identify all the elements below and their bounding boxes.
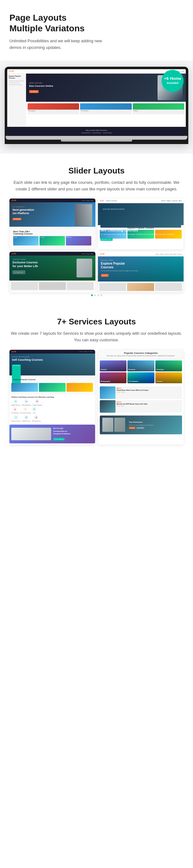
s2-people-section: Top Instructors The best course availabl… [98, 415, 184, 436]
s1-icons-row-1: ✦ Digital Solutions ● Online Marketing ★ [11, 399, 93, 406]
section3-description: We create over 7 layouts for Services to… [9, 330, 184, 343]
slider3-nav: aTUR Home Pages Blog [9, 252, 95, 255]
s1-icons-row-2: ▲ IT & Software ♦ Personal Coaching $ [11, 407, 93, 414]
screen-body: Explore Popular Courses MORE THAN 25K+ [7, 73, 186, 127]
screen-topbar: aTUR Home Pages Courses Blog [7, 69, 186, 73]
dot-2[interactable] [94, 294, 96, 296]
section2-title: Slider Layouts [9, 166, 184, 176]
slider-card-4: aTUR Home Pages Courses Blog Shop Contac… [98, 252, 184, 292]
s1-construction: We ProvideConstruction toComplex Problem… [9, 425, 95, 443]
slider2-nav: aTUR Search courses... Home Pages Course… [98, 198, 184, 203]
category-photography: Photography [100, 372, 127, 383]
s1-online-section: Online Coaching Lessons For Remote Learn… [9, 395, 95, 423]
sidebar: Explore Popular Courses [7, 73, 26, 127]
slider2-hero: EXPLORE SERVICES DIGITAL Sell Couching C… [98, 203, 184, 225]
s1-explore: Explore Popular Courses [9, 375, 95, 395]
category-technique: Technique [155, 361, 182, 371]
dot-1[interactable] [91, 294, 93, 296]
section1-title: Page Layouts Multiple Variatons [9, 12, 184, 33]
dot-3[interactable] [97, 294, 99, 296]
slider1-hero: aTUR Home Pages Blog NEXT-GENERATION Nex… [9, 198, 95, 227]
service-mockup-1: aTUR Home Pages Courses EXPLORE SERVICES… [9, 350, 95, 445]
laptop-screen: aTUR Home Pages Courses Blog Explore Pop… [7, 69, 186, 136]
services-grid: aTUR Home Pages Courses EXPLORE SERVICES… [9, 350, 184, 445]
service-mockup-2: Popular Courses Categories We make your … [98, 350, 184, 445]
slider1-courses: More Than 25k+Coaching Courses Digital C… [9, 227, 95, 249]
dot-4[interactable] [101, 294, 102, 296]
course-card-2: $79.9 Become the PHP Master faster with … [100, 400, 182, 413]
slider-card-3: aTUR Home Pages Blog COACHING COURSES Ex… [9, 252, 95, 292]
s1-nav: aTUR Home Pages Courses [9, 350, 95, 353]
section1-description: Unlimited Possibilities and we will keep… [9, 38, 104, 51]
slider-grid: aTUR Home Pages Blog NEXT-GENERATION Nex… [9, 198, 184, 292]
section-slider-layouts: Slider Layouts Each slide can link to an… [0, 153, 193, 305]
section-services-layouts: 7+ Services Layouts We create over 7 lay… [0, 304, 193, 451]
category-courses: Courses [155, 372, 182, 383]
course-card-1: $99.9 Visual Basic Web Course With Live … [100, 386, 182, 399]
category-it-software: IT & Software [128, 372, 155, 383]
slider-card-2: aTUR Search courses... Home Pages Course… [98, 198, 184, 249]
slider-card-1: aTUR Home Pages Blog NEXT-GENERATION Nex… [9, 198, 95, 249]
category-business: Business [128, 361, 155, 371]
laptop-base [6, 136, 187, 140]
slider4-hero: EXPLORE COURSES Explore PopularCourses Y… [98, 256, 184, 281]
slider-dots [9, 292, 184, 298]
section3-title: 7+ Services Layouts [9, 317, 184, 327]
laptop-stand [61, 140, 132, 142]
laptop-device: aTUR Home Pages Courses Blog Explore Pop… [5, 67, 188, 144]
laptop-mockup-container: +6 Home Included aTUR Home Pages Courses… [0, 60, 193, 153]
home-badge: +6 Home Included [162, 70, 184, 92]
category-creative: Creative [100, 361, 127, 371]
slider3-hero: COACHING COURSES Exclusive Coursesfor yo… [9, 255, 95, 281]
s2-people-image: Top Instructors The best course availabl… [100, 415, 182, 434]
screen-courses-row: Photography IT & Solutions Creative [26, 102, 186, 116]
slider4-nav: aTUR Home Pages Courses Blog Shop Contac… [98, 252, 184, 256]
s2-categories-grid: Creative Business Technique Photography … [98, 359, 184, 385]
screen-footer: We provide best Services [7, 127, 186, 136]
s1-hero: EXPLORE SERVICES DIGITAL Sell Couching C… [9, 353, 95, 375]
s2-header: Popular Courses Categories We make your … [98, 350, 184, 359]
section2-description: Each slide can link to any page like cou… [9, 179, 184, 193]
s2-courses-section: $99.9 Visual Basic Web Course With Live … [98, 385, 184, 415]
section-page-layouts: Page Layouts Multiple Variatons Unlimite… [0, 0, 193, 60]
